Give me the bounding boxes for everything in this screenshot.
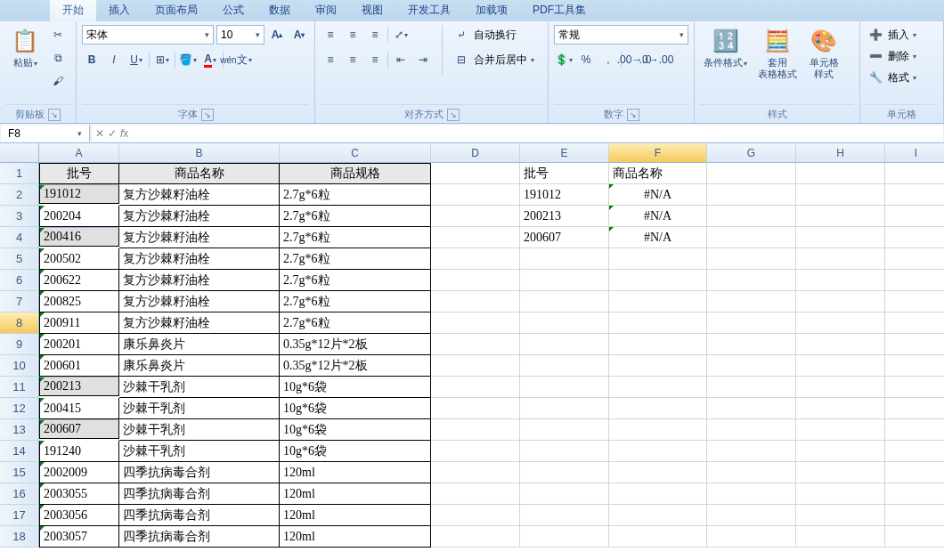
- row-header-5[interactable]: 5: [0, 248, 39, 270]
- cell-F8[interactable]: [609, 312, 707, 334]
- copy-button[interactable]: ⧉: [48, 48, 68, 68]
- select-all-corner[interactable]: [0, 143, 39, 163]
- cell-E10[interactable]: [520, 355, 609, 377]
- cell-I14[interactable]: [885, 441, 944, 462]
- cell-F12[interactable]: [609, 398, 707, 419]
- cell-G17[interactable]: [707, 505, 796, 526]
- row-header-15[interactable]: 15: [0, 462, 39, 483]
- currency-button[interactable]: 💲▾: [554, 50, 574, 69]
- cell-H12[interactable]: [796, 398, 885, 419]
- cell-H10[interactable]: [796, 355, 885, 377]
- fill-color-button[interactable]: 🪣▾: [178, 50, 198, 69]
- cell-I8[interactable]: [885, 312, 944, 334]
- cell-C17[interactable]: 120ml: [280, 505, 431, 526]
- insert-cells-button[interactable]: ➕插入▾: [866, 25, 916, 45]
- cell-I15[interactable]: [885, 462, 944, 483]
- cell-G13[interactable]: [707, 419, 796, 441]
- cell-H14[interactable]: [796, 441, 885, 462]
- row-header-7[interactable]: 7: [0, 291, 39, 312]
- cell-A13[interactable]: 200607: [39, 419, 119, 439]
- cell-H17[interactable]: [796, 505, 885, 526]
- cell-F15[interactable]: [609, 462, 707, 483]
- cell-B6[interactable]: 复方沙棘籽油栓: [119, 270, 280, 291]
- cell-D14[interactable]: [431, 441, 520, 462]
- enter-formula-icon[interactable]: ✓: [108, 127, 117, 140]
- cell-D16[interactable]: [431, 483, 520, 505]
- cell-A16[interactable]: 2003055: [39, 483, 119, 505]
- cell-D6[interactable]: [431, 270, 520, 291]
- cell-B4[interactable]: 复方沙棘籽油栓: [119, 227, 280, 248]
- cell-I7[interactable]: [885, 291, 944, 312]
- tab-2[interactable]: 页面布局: [142, 0, 210, 21]
- cell-E16[interactable]: [520, 483, 609, 505]
- cell-B2[interactable]: 复方沙棘籽油栓: [119, 184, 280, 206]
- col-header-A[interactable]: A: [39, 143, 119, 163]
- cell-G10[interactable]: [707, 355, 796, 377]
- cell-A11[interactable]: 200213: [39, 377, 119, 396]
- italic-button[interactable]: I: [104, 50, 124, 69]
- tab-7[interactable]: 开发工具: [395, 0, 463, 21]
- cell-E6[interactable]: [520, 270, 609, 291]
- tab-3[interactable]: 公式: [210, 0, 256, 21]
- cell-B11[interactable]: 沙棘干乳剂: [119, 377, 280, 398]
- tab-6[interactable]: 视图: [349, 0, 395, 21]
- decrease-indent-button[interactable]: ⇤: [391, 50, 411, 69]
- row-header-17[interactable]: 17: [0, 505, 39, 526]
- cell-A1[interactable]: 批号: [39, 163, 119, 184]
- number-launcher[interactable]: ↘: [627, 109, 639, 121]
- percent-button[interactable]: %: [576, 50, 596, 69]
- name-box[interactable]: F8▾: [1, 125, 90, 142]
- cell-F16[interactable]: [609, 483, 707, 505]
- tab-5[interactable]: 审阅: [303, 0, 349, 21]
- cell-D13[interactable]: [431, 419, 520, 441]
- cell-C4[interactable]: 2.7g*6粒: [280, 227, 431, 248]
- cell-G14[interactable]: [707, 441, 796, 462]
- row-header-4[interactable]: 4: [0, 227, 39, 248]
- wrap-text-button[interactable]: ⤶自动换行: [452, 25, 534, 45]
- row-headers[interactable]: 123456789101112131415161718: [0, 163, 39, 548]
- cell-H6[interactable]: [796, 270, 885, 291]
- fx-icon[interactable]: fx: [120, 127, 128, 140]
- row-header-13[interactable]: 13: [0, 419, 39, 441]
- cell-I18[interactable]: [885, 526, 944, 548]
- column-headers[interactable]: ABCDEFGHI: [39, 143, 944, 163]
- cell-G15[interactable]: [707, 462, 796, 483]
- cell-I1[interactable]: [885, 163, 944, 184]
- comma-button[interactable]: ,: [598, 50, 618, 69]
- orientation-button[interactable]: ⤢▾: [391, 25, 411, 45]
- cell-F13[interactable]: [609, 419, 707, 441]
- cell-F7[interactable]: [609, 291, 707, 312]
- number-format-select[interactable]: 常规▾: [554, 25, 688, 45]
- cell-D15[interactable]: [431, 462, 520, 483]
- cell-B16[interactable]: 四季抗病毒合剂: [119, 483, 280, 505]
- cell-G18[interactable]: [707, 526, 796, 548]
- cell-G4[interactable]: [707, 227, 796, 248]
- clipboard-launcher[interactable]: ↘: [48, 109, 61, 121]
- tab-9[interactable]: PDF工具集: [520, 0, 598, 21]
- underline-button[interactable]: U▾: [126, 50, 146, 69]
- cell-D3[interactable]: [431, 206, 520, 227]
- decrease-decimal-button[interactable]: .0→.00: [647, 50, 666, 69]
- font-size-select[interactable]: 10▾: [216, 25, 264, 45]
- cell-D1[interactable]: [431, 163, 520, 184]
- cell-A3[interactable]: 200204: [39, 206, 119, 227]
- cell-E2[interactable]: 191012: [520, 184, 609, 206]
- cell-E8[interactable]: [520, 312, 609, 334]
- cell-B9[interactable]: 康乐鼻炎片: [119, 334, 280, 355]
- row-header-8[interactable]: 8: [0, 312, 39, 334]
- cell-F11[interactable]: [609, 377, 707, 398]
- cell-I17[interactable]: [885, 505, 944, 526]
- cell-F1[interactable]: 商品名称: [609, 163, 707, 184]
- cell-H5[interactable]: [796, 248, 885, 270]
- cell-I12[interactable]: [885, 398, 944, 419]
- cell-G12[interactable]: [707, 398, 796, 419]
- bold-button[interactable]: B: [82, 50, 102, 69]
- row-header-1[interactable]: 1: [0, 163, 39, 184]
- cell-C10[interactable]: 0.35g*12片*2板: [280, 355, 431, 377]
- format-painter-button[interactable]: 🖌: [48, 71, 68, 91]
- delete-cells-button[interactable]: ➖删除▾: [866, 46, 916, 66]
- cell-I10[interactable]: [885, 355, 944, 377]
- cell-D9[interactable]: [431, 334, 520, 355]
- cell-D4[interactable]: [431, 227, 520, 248]
- cell-E14[interactable]: [520, 441, 609, 462]
